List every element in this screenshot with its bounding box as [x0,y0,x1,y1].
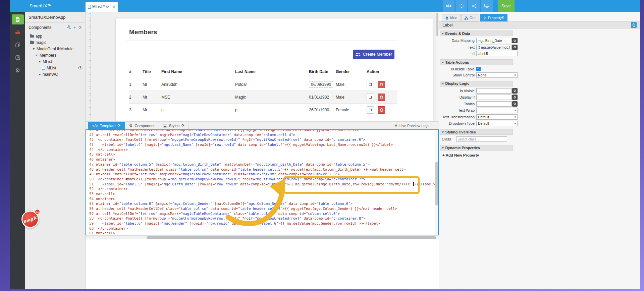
hierarchy-icon[interactable] [67,25,71,29]
tab-model[interactable]: Moc [442,14,461,21]
rail-pages-button[interactable] [12,14,24,24]
code-line-56[interactable]: 56at-header-cell *matHeaderCellDef class… [87,206,438,211]
add-component-icon[interactable]: + [73,25,76,30]
caret-down-icon[interactable]: ▾ [36,53,40,57]
edit-row-button[interactable] [367,106,374,114]
rail-settings-button[interactable]: ⚙ [12,65,24,75]
tree-item-mlist[interactable]: MList [25,65,85,71]
code-line-47[interactable]: 47ntainer id="table-column.5" [magic]="m… [87,162,438,167]
class-input[interactable] [456,136,507,142]
text-transformation-select[interactable]: Default▾ [476,114,518,120]
preview-on-device-button[interactable] [481,0,493,12]
code-line-61[interactable]: 61mat-cell> [87,231,438,235]
scrollbar-thumb[interactable] [147,236,436,239]
refresh-icon[interactable]: ⟳ [78,25,82,30]
code-view-button[interactable]: </> [443,0,454,12]
dropdown-type-select[interactable]: Default▾ [476,121,518,126]
tab-template[interactable]: </> Template ⟳ [88,122,125,129]
edit-row-button[interactable] [367,81,374,88]
delete-row-button[interactable] [378,106,385,114]
tree-item-members[interactable]: ▾Members [25,52,85,58]
code-line-41[interactable]: 41at-cell *matCellDef="let row" magicMar… [87,132,438,137]
text-wrap-select[interactable]: ▾ [476,108,518,113]
refresh-icon[interactable]: ⟳ [106,5,109,9]
canvas-scrollbar[interactable] [436,12,439,121]
code-line-58[interactable]: 58 <c-container #matCell [formGroup]="mg… [87,216,438,221]
tree-item-magicgenlibmodule[interactable]: ▾MagicGenLibModule [25,46,85,52]
tab-property-sheet[interactable]: PropertyS [480,14,508,21]
section-display-logic[interactable]: ▾Display Logic [440,81,513,86]
is-visible-input[interactable] [476,88,512,94]
create-member-button[interactable]: Create Member [353,50,394,59]
gear-button[interactable]: ⚙ [512,88,518,94]
tree-item-magic[interactable]: magic [25,39,85,46]
id-input[interactable] [476,51,518,56]
rail-clone-button[interactable] [12,40,24,50]
data-mapping-input[interactable] [476,38,512,43]
code-line-60[interactable]: 60 </c-container> [87,226,438,231]
delete-element-button[interactable] [631,22,637,28]
gear-button[interactable]: ⚙ [512,95,518,100]
eye-icon[interactable] [78,66,83,69]
gear-button[interactable]: ⚙ [512,101,518,107]
expand-button[interactable] [455,0,467,12]
code-vertical-scrollbar[interactable] [435,130,438,235]
save-button[interactable]: Save [498,0,515,12]
code-line-48[interactable]: 48at-header-cell *matHeaderCellDef class… [87,167,438,172]
scrollbar-thumb[interactable] [435,162,438,206]
tooltip-input[interactable] [476,101,512,107]
code-line-44[interactable]: 44 </c-container> [87,147,438,152]
scrollbar-thumb[interactable] [436,13,438,36]
code-line-54[interactable]: 54ontainer> [87,196,438,201]
display-if-input[interactable] [476,95,512,100]
selected-birthdate-label[interactable]: 06/08/1990 [309,81,333,88]
refresh-icon[interactable]: ⟳ [117,123,120,128]
tree-item-app[interactable]: app [25,33,85,39]
delete-row-button[interactable] [378,81,385,88]
member-row: 2MrMSEMagic01/01/1982Male [129,91,397,104]
section-events-data[interactable]: ▾Events & Data [440,31,513,36]
refresh-icon[interactable]: ⟳ [181,123,184,128]
tab-styles[interactable]: Styles ⟳ [159,122,189,129]
caret-down-icon[interactable]: ▾ [39,60,43,63]
gear-button[interactable]: ⚙ [512,45,518,50]
caret-down-icon[interactable]: ▾ [33,47,37,51]
trash-icon [380,96,383,99]
open-file-tab[interactable]: MList * ⟳ × [86,2,118,12]
rail-package-button[interactable] [12,53,24,63]
section-dynamic-properties[interactable]: ▾Dynamic Properties [440,145,513,151]
app-name[interactable]: SmartUXDemoApp [25,12,85,23]
section-table-actions[interactable]: ▾Table Actions [440,59,513,65]
magic-logo[interactable]: magic 11 [21,210,40,229]
monitor-icon [484,4,489,8]
text-input[interactable] [476,45,512,50]
edit-row-button[interactable] [367,94,374,101]
is-inside-table-checkbox[interactable] [476,67,481,71]
rail-build-button[interactable] [12,27,24,37]
code-line-45[interactable]: 45mat-cell> [87,152,438,157]
code-line-59[interactable]: 59 <label id="label.6" [magic]="mgc.Gend… [87,221,438,226]
caret-right-icon[interactable]: ▸ [39,72,43,76]
tab-outline[interactable]: Out [461,14,479,21]
table-cell: a [161,108,235,112]
code-line-55[interactable]: 55ntainer id="table-column.6" [magic]="m… [87,201,438,206]
show-control-select[interactable]: None▾ [476,72,518,78]
gear-button[interactable]: ⚙ [512,38,518,43]
tree-item-mainwc[interactable]: ▸mainWC [25,71,85,77]
code-line-46[interactable]: 46ontainer> [87,157,438,162]
live-preview-logs-button[interactable]: Live Preview Logs [395,122,429,129]
share-button[interactable] [468,0,480,12]
add-new-property-button[interactable]: + Add New Property [442,153,640,157]
code-horizontal-scrollbar[interactable] [86,235,439,239]
tab-component[interactable]: ⚙ Component [125,122,159,129]
code-line-57[interactable]: 57at-cell *matCellDef="let row" magicMar… [87,211,438,216]
code-line-43[interactable]: 43 <label id="label.4" [magic]="mgc.Last… [87,142,438,147]
section-styling-overrides[interactable]: ▾Styling Overrides [440,129,513,135]
code-line-42[interactable]: 42 <c-container #matCell [formGroup]="mg… [87,137,438,142]
code-line-40[interactable]: 40at-header-cell *matHeaderCellDef data-… [87,129,438,132]
template-code-editor[interactable]: 40at-header-cell *matHeaderCellDef data-… [86,129,439,235]
delete-row-button[interactable] [378,94,385,101]
close-icon[interactable]: × [113,4,115,9]
code-line-49[interactable]: 49at-cell *matCellDef="let row" magicMar… [87,172,438,177]
tree-item-mlist[interactable]: ▾MList [25,58,85,65]
